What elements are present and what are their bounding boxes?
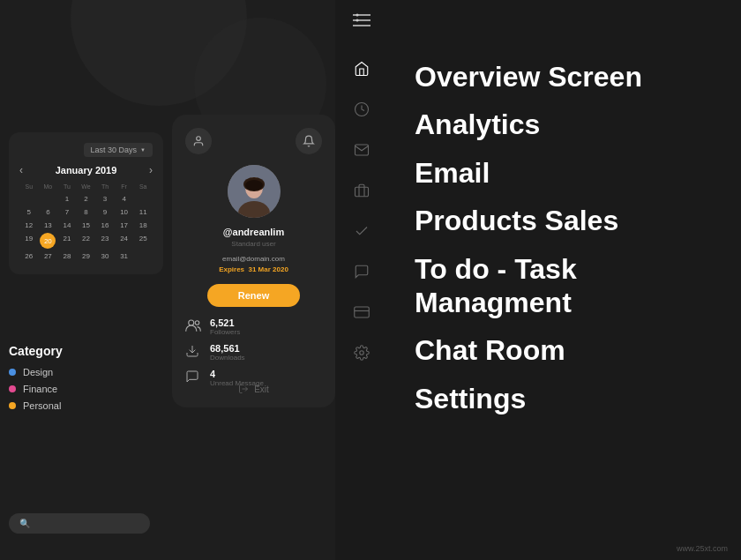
- category-label-personal: Personal: [23, 400, 61, 411]
- svg-rect-17: [355, 307, 370, 317]
- cal-cell[interactable]: 14: [57, 220, 77, 231]
- cal-cell[interactable]: 30: [95, 250, 115, 262]
- expiry-label: Expires: [219, 265, 244, 273]
- cal-cell[interactable]: 23: [95, 233, 115, 249]
- cal-cell[interactable]: 29: [77, 250, 96, 262]
- category-dot-finance: [9, 385, 16, 392]
- category-title: Category: [9, 344, 150, 358]
- downloads-info: 68,561 Downloads: [210, 343, 245, 362]
- category-item-design[interactable]: Design: [9, 367, 150, 377]
- cal-cell[interactable]: 28: [57, 250, 77, 262]
- exit-label: Exit: [254, 385, 269, 394]
- cal-cell[interactable]: 1: [57, 193, 77, 205]
- user-expiry: Expires 31 Mar 2020: [219, 265, 288, 273]
- sidebar-item-home[interactable]: [335, 49, 388, 89]
- calendar-header-row: Su Mo Tu We Th Fr Sa: [19, 182, 153, 191]
- cal-cell-today[interactable]: 20: [40, 233, 56, 249]
- menu-item-settings[interactable]: Settings: [415, 375, 723, 422]
- cal-day-we: We: [77, 182, 96, 191]
- user-tag: Standard user: [231, 240, 275, 248]
- sidebar-item-clock[interactable]: [335, 89, 388, 130]
- cal-cell[interactable]: 13: [39, 220, 58, 231]
- sidebar-item-card[interactable]: [335, 292, 388, 332]
- expiry-date: 31 Mar 2020: [248, 265, 288, 273]
- search-icon: 🔍: [19, 519, 30, 528]
- profile-icons-row: [185, 128, 322, 154]
- calendar-next-button[interactable]: ›: [149, 164, 153, 176]
- cal-row-5: 26 27 28 29 30 31: [19, 250, 153, 262]
- watermark: www.25xt.com: [677, 544, 728, 553]
- username: @andreanlim: [223, 227, 284, 237]
- cal-cell[interactable]: [19, 193, 39, 205]
- calendar-prev-button[interactable]: ‹: [19, 164, 23, 176]
- main-menu-panel: Overview Screen Analytics Email Products…: [388, 0, 741, 560]
- cal-cell[interactable]: 4: [115, 193, 134, 205]
- cal-cell[interactable]: 21: [57, 233, 77, 249]
- download-icon: [185, 344, 203, 361]
- menu-icon[interactable]: [353, 13, 370, 31]
- svg-point-14: [356, 19, 359, 22]
- cal-cell[interactable]: 19: [19, 233, 39, 249]
- search-bar[interactable]: 🔍: [9, 513, 150, 534]
- menu-item-products[interactable]: Products Sales: [415, 197, 723, 244]
- svg-point-6: [189, 320, 194, 325]
- cal-cell[interactable]: 5: [19, 206, 39, 218]
- cal-cell[interactable]: 16: [95, 220, 115, 231]
- renew-button[interactable]: Renew: [207, 284, 300, 307]
- cal-day-sa: Sa: [133, 182, 153, 191]
- cal-cell[interactable]: 9: [95, 206, 115, 218]
- date-range-dropdown[interactable]: Last 30 Days: [84, 143, 153, 157]
- cal-day-fr: Fr: [115, 182, 134, 191]
- cal-cell[interactable]: 17: [115, 220, 134, 231]
- cal-cell[interactable]: 27: [39, 250, 58, 262]
- category-dot-design: [9, 369, 16, 376]
- cal-cell[interactable]: 31: [115, 250, 134, 262]
- cal-cell[interactable]: 24: [115, 233, 134, 249]
- cal-cell[interactable]: 10: [115, 206, 134, 218]
- svg-point-13: [356, 14, 359, 17]
- sidebar-item-chat[interactable]: [335, 251, 388, 292]
- cal-cell[interactable]: [133, 193, 153, 205]
- cal-cell[interactable]: 26: [19, 250, 39, 262]
- cal-cell[interactable]: 15: [77, 220, 96, 231]
- category-dot-personal: [9, 402, 16, 409]
- cal-cell[interactable]: 12: [19, 220, 39, 231]
- messages-value: 4: [210, 369, 264, 379]
- avatar: [228, 165, 281, 218]
- cal-cell[interactable]: 18: [133, 220, 153, 231]
- sidebar-item-mail[interactable]: [335, 130, 388, 170]
- cal-row-2: 5 6 7 8 9 10 11: [19, 206, 153, 218]
- followers-info: 6,521 Followers: [210, 317, 240, 336]
- cal-cell[interactable]: 2: [77, 193, 96, 205]
- left-panel: Last 30 Days ‹ January 2019 › Su Mo Tu W…: [0, 0, 335, 560]
- category-label-design: Design: [23, 367, 53, 377]
- calendar-header-bar: Last 30 Days: [19, 143, 153, 157]
- user-icon[interactable]: [185, 128, 212, 154]
- cal-day-th: Th: [95, 182, 115, 191]
- menu-item-todo[interactable]: To do - Task Managment: [415, 245, 723, 327]
- menu-item-analytics[interactable]: Analytics: [415, 101, 723, 148]
- calendar-month-label: January 2019: [56, 165, 117, 175]
- cal-cell[interactable]: 25: [133, 233, 153, 249]
- menu-item-overview[interactable]: Overview Screen: [415, 53, 723, 101]
- category-item-finance[interactable]: Finance: [9, 384, 150, 394]
- menu-item-email[interactable]: Email: [415, 149, 723, 197]
- cal-cell[interactable]: [133, 250, 153, 262]
- sidebar-nav: [335, 0, 388, 560]
- cal-cell[interactable]: 6: [39, 206, 58, 218]
- exit-row[interactable]: Exit: [172, 384, 335, 394]
- menu-item-chat[interactable]: Chat Room: [415, 326, 723, 374]
- user-email: email@domain.com: [222, 255, 285, 263]
- sidebar-item-briefcase[interactable]: [335, 170, 388, 211]
- category-item-personal[interactable]: Personal: [9, 400, 150, 411]
- cal-cell[interactable]: 7: [57, 206, 77, 218]
- bell-icon[interactable]: [296, 128, 322, 154]
- svg-point-5: [245, 180, 263, 190]
- cal-cell[interactable]: 22: [77, 233, 96, 249]
- cal-cell[interactable]: [39, 193, 58, 205]
- cal-cell[interactable]: 3: [95, 193, 115, 205]
- sidebar-item-settings[interactable]: [335, 332, 388, 373]
- cal-cell[interactable]: 11: [133, 206, 153, 218]
- cal-cell[interactable]: 8: [77, 206, 96, 218]
- sidebar-item-check[interactable]: [335, 211, 388, 251]
